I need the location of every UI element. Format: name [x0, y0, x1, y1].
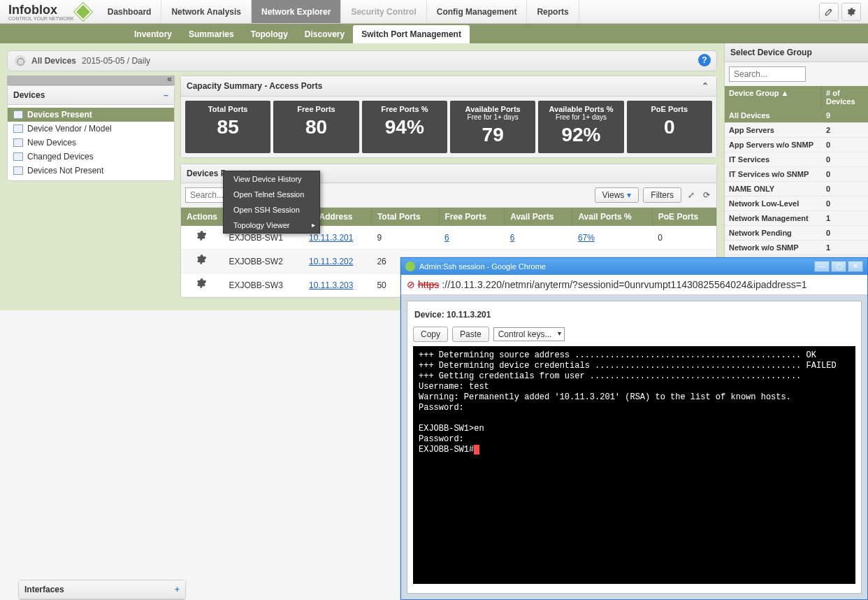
sub-tab-inventory[interactable]: Inventory	[126, 25, 180, 43]
top-tab-network-explorer[interactable]: Network Explorer	[252, 0, 341, 23]
device-name: EXJOBB-SW2	[224, 250, 304, 273]
top-tab-config-management[interactable]: Config Management	[427, 0, 528, 23]
group-row[interactable]: Network Management1	[725, 211, 868, 226]
minimize-button[interactable]: —	[814, 261, 830, 272]
menu-item-open-telnet-session[interactable]: Open Telnet Session	[224, 187, 319, 202]
window-title: Admin:Ssh session - Google Chrome	[419, 262, 546, 271]
tree-item-changed-devices[interactable]: Changed Devices	[8, 150, 174, 164]
list-icon	[13, 152, 23, 161]
help-icon[interactable]: ?	[698, 54, 711, 66]
sub-tab-summaries[interactable]: Summaries	[180, 25, 243, 43]
group-row[interactable]: Network Low-Level0	[725, 197, 868, 211]
group-search-input[interactable]	[729, 66, 806, 82]
breadcrumb: ◯ All Devices 2015-05-05 / Daily ?	[7, 50, 717, 71]
device-label: Device: 10.11.3.201	[413, 307, 855, 327]
row-gear-icon[interactable]	[196, 230, 208, 243]
avail-ports-link[interactable]: 6	[510, 233, 515, 243]
expand-icon[interactable]: ⤢	[686, 190, 697, 201]
total-ports: 9	[371, 226, 439, 250]
interfaces-panel-title: Interfaces	[24, 585, 64, 594]
col-header[interactable]: Total Ports	[371, 208, 439, 226]
rail-title: Select Device Group	[725, 43, 868, 62]
col-header[interactable]: Avail Ports	[505, 208, 572, 226]
submenu-arrow-icon: ▸	[312, 221, 315, 229]
collapse-up-icon[interactable]: ⌃	[700, 80, 711, 92]
group-row[interactable]: All Devices9	[725, 108, 868, 123]
top-tab-dashboard[interactable]: Dashboard	[98, 0, 162, 23]
free-ports-link[interactable]: 6	[444, 233, 449, 243]
sub-tab-switch-port-management[interactable]: Switch Port Management	[353, 25, 470, 43]
close-button[interactable]: ✕	[848, 261, 863, 272]
ssh-terminal[interactable]: +++ Determining source address .........…	[413, 346, 855, 584]
group-row[interactable]: App Servers w/o SNMP0	[725, 138, 868, 152]
tree-item-devices-not-present[interactable]: Devices Not Present	[8, 164, 174, 178]
capacity-card: Free Ports %94%	[362, 101, 447, 153]
capacity-card: Total Ports85	[185, 101, 270, 153]
scope-icon: ◯	[15, 55, 26, 66]
group-row[interactable]: IT Services0	[725, 152, 868, 167]
device-ip-link[interactable]: 10.11.3.201	[309, 233, 353, 243]
tools-icon[interactable]	[819, 3, 839, 21]
collapse-handle[interactable]: «	[7, 76, 175, 85]
col-header[interactable]: Avail Ports %	[572, 208, 652, 226]
rail-col-group[interactable]: Device Group ▲	[725, 86, 822, 108]
address-bar[interactable]: ⊘ https://10.11.3.220/netmri/anyterm/?se…	[401, 275, 867, 295]
secondary-nav: InventorySummariesTopologyDiscoverySwitc…	[0, 24, 868, 43]
control-keys-select[interactable]: Control keys...	[493, 327, 565, 341]
group-row[interactable]: Network w/o SNMP1	[725, 241, 868, 255]
breadcrumb-title: All Devices	[31, 56, 76, 66]
devices-tree-panel: Devices – Devices PresentDevice Vendor /…	[7, 85, 175, 181]
url-text: ://10.11.3.220/netmri/anyterm/?sessionid…	[442, 279, 806, 290]
paste-button[interactable]: Paste	[452, 327, 489, 342]
sub-tab-topology[interactable]: Topology	[243, 25, 296, 43]
copy-button[interactable]: Copy	[413, 327, 448, 342]
rail-col-count[interactable]: # of Devices	[822, 86, 868, 108]
sub-tab-discovery[interactable]: Discovery	[296, 25, 353, 43]
window-titlebar[interactable]: Admin:Ssh session - Google Chrome — ▢ ✕	[401, 258, 867, 275]
menu-item-topology-viewer[interactable]: Topology Viewer▸	[224, 217, 319, 233]
avail-ports-pct-link[interactable]: 67%	[578, 233, 595, 243]
menu-item-open-ssh-session[interactable]: Open SSH Session	[224, 202, 319, 217]
top-toolbar: Infoblox CONTROL YOUR NETWORK DashboardN…	[0, 0, 868, 24]
top-tab-reports[interactable]: Reports	[527, 0, 579, 23]
group-row[interactable]: Network Pending0	[725, 226, 868, 241]
https-warning-icon: ⊘	[407, 279, 415, 290]
terminal-cursor	[474, 445, 479, 455]
group-row[interactable]: App Servers2	[725, 123, 868, 138]
breadcrumb-detail: 2015-05-05 / Daily	[82, 56, 150, 66]
col-header[interactable]: Free Ports	[439, 208, 505, 226]
col-header[interactable]: Actions	[181, 208, 224, 226]
tree-item-new-devices[interactable]: New Devices	[8, 136, 174, 150]
add-icon[interactable]: +	[175, 585, 180, 594]
group-row[interactable]: IT Services w/o SNMP0	[725, 167, 868, 182]
list-icon	[13, 110, 23, 119]
brand-tagline: CONTROL YOUR NETWORK	[8, 16, 74, 21]
list-icon	[13, 138, 23, 147]
filters-button[interactable]: Filters	[643, 187, 681, 203]
row-gear-icon[interactable]	[196, 278, 208, 290]
list-icon	[13, 166, 23, 175]
tree-item-device-vendor-model[interactable]: Device Vendor / Model	[8, 122, 174, 136]
refresh-icon[interactable]: ⟳	[701, 190, 712, 201]
capacity-card: PoE Ports0	[627, 101, 712, 153]
poe-ports: 0	[652, 226, 716, 250]
capacity-summary-panel: Capacity Summary - Access Ports ⌃ Total …	[180, 76, 717, 158]
tree-item-devices-present[interactable]: Devices Present	[8, 108, 174, 122]
settings-gear-icon[interactable]	[841, 3, 861, 21]
ssh-session-window: Admin:Ssh session - Google Chrome — ▢ ✕ …	[400, 257, 868, 600]
group-row[interactable]: NAME ONLY0	[725, 182, 868, 197]
collapse-icon[interactable]: –	[164, 90, 168, 100]
top-tab-security-control: Security Control	[341, 0, 426, 23]
views-button[interactable]: Views ▾	[595, 187, 639, 203]
capacity-card: Free Ports80	[273, 101, 359, 153]
row-gear-icon[interactable]	[196, 254, 208, 266]
menu-item-view-device-history[interactable]: View Device History	[224, 171, 319, 187]
maximize-button[interactable]: ▢	[831, 261, 846, 272]
brand-name: Infoblox	[8, 3, 74, 17]
device-ip-link[interactable]: 10.11.3.203	[309, 280, 353, 290]
device-ip-link[interactable]: 10.11.3.202	[309, 257, 353, 266]
capacity-card: Available Ports %Free for 1+ days92%	[538, 101, 623, 153]
col-header[interactable]: PoE Ports	[652, 208, 716, 226]
https-struck: https	[418, 279, 439, 290]
top-tab-network-analysis[interactable]: Network Analysis	[161, 0, 252, 23]
